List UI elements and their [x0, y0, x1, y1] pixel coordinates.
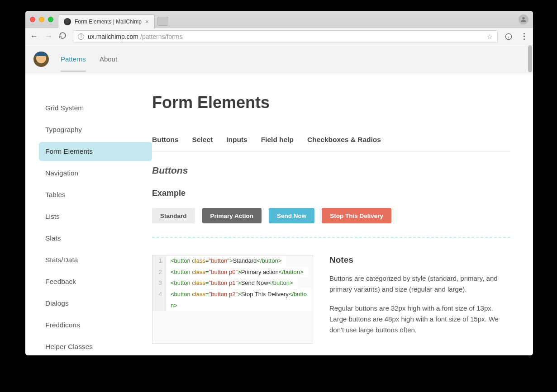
sidebar-item[interactable]: Typography [39, 120, 152, 139]
main-content: Form Elements ButtonsSelectInputsField h… [152, 73, 533, 355]
close-tab-icon[interactable]: × [145, 18, 149, 25]
code-line: <button class="button p1">Send Now</butt… [166, 278, 298, 289]
line-number: 4 [152, 289, 166, 311]
code-block: 1<button class="button">Standard</button… [152, 255, 313, 344]
example-button-row: StandardPrimary ActionSend NowStop This … [152, 208, 510, 223]
subnav-item[interactable]: Field help [261, 136, 294, 144]
section-title: Buttons [152, 165, 510, 176]
page-title: Form Elements [152, 93, 510, 112]
notes-heading: Notes [329, 255, 510, 265]
sidebar-item[interactable]: Navigation [39, 164, 152, 183]
scrollbar-thumb[interactable] [528, 45, 532, 72]
subnav-item[interactable]: Select [192, 136, 213, 144]
page-body: Grid SystemTypographyForm ElementsNaviga… [25, 73, 533, 355]
window-close-button[interactable] [30, 17, 35, 22]
address-bar[interactable]: i ux.mailchimp.com/patterns/forms ☆ [73, 30, 498, 43]
section-subnav: ButtonsSelectInputsField helpCheckboxes … [152, 136, 510, 151]
example-details: 1<button class="button">Standard</button… [152, 255, 510, 344]
example-button-p0[interactable]: Primary Action [202, 208, 262, 223]
sidebar-item[interactable]: Slats [39, 229, 152, 248]
omnibox-info-icon[interactable] [504, 33, 513, 40]
forward-button[interactable]: → [44, 32, 52, 41]
tab-title: Form Elements | MailChimp [75, 19, 142, 25]
app-nav: PatternsAbout [61, 46, 117, 72]
profile-icon[interactable] [519, 14, 528, 24]
sidebar-item[interactable]: Feedback [39, 272, 152, 291]
sidebar-item[interactable]: Form Elements [39, 142, 152, 161]
sidebar-item[interactable]: Grid System [39, 99, 152, 118]
back-button[interactable]: ← [30, 32, 38, 41]
code-line: <button class="button">Standard</button> [166, 255, 286, 267]
page-viewport: PatternsAbout Grid SystemTypographyForm … [25, 45, 533, 355]
notes-panel: Notes Buttons are categorized by style (… [329, 255, 510, 344]
mailchimp-logo-icon[interactable] [33, 52, 49, 67]
window-controls [30, 17, 53, 22]
chrome-toolbar: ← → i ux.mailchimp.com/patterns/forms ☆ [25, 28, 533, 45]
app-header: PatternsAbout [25, 45, 533, 73]
url-path: /patterns/forms [140, 33, 182, 40]
window-minimize-button[interactable] [39, 17, 44, 22]
scrollbar-track[interactable] [527, 45, 533, 355]
notes-paragraph: Buttons are categorized by style (standa… [329, 273, 510, 295]
dashed-divider [152, 237, 510, 238]
browser-tab[interactable]: Form Elements | MailChimp × [58, 14, 155, 28]
url-host: ux.mailchimp.com [88, 33, 138, 40]
sidebar-item[interactable]: Helper Classes [39, 337, 152, 355]
sidebar-item[interactable]: Stats/Data [39, 250, 152, 269]
example-heading: Example [152, 189, 510, 198]
line-number: 3 [152, 278, 166, 289]
sidebar: Grid SystemTypographyForm ElementsNaviga… [25, 73, 152, 355]
notes-paragraph: Regular buttons are 32px high with a fon… [329, 303, 510, 335]
bookmark-star-icon[interactable]: ☆ [487, 33, 493, 40]
example-button-p2[interactable]: Stop This Delivery [322, 208, 391, 223]
sidebar-item[interactable]: Dialogs [39, 294, 152, 313]
subnav-item[interactable]: Buttons [152, 136, 179, 144]
code-line: <button class="button p0">Primary action… [166, 267, 308, 278]
subnav-item[interactable]: Inputs [226, 136, 248, 144]
chrome-tabbar: Form Elements | MailChimp × [25, 11, 533, 28]
subnav-item[interactable]: Checkboxes & Radios [307, 136, 381, 144]
reload-button[interactable] [59, 32, 67, 41]
app-nav-item[interactable]: Patterns [61, 46, 86, 72]
window-maximize-button[interactable] [48, 17, 53, 22]
line-number: 1 [152, 255, 166, 267]
sidebar-item[interactable]: Tables [39, 185, 152, 204]
code-line: <button class="button p2">Stop This Deli… [166, 289, 313, 311]
example-button-p1[interactable]: Send Now [269, 208, 314, 223]
line-number: 2 [152, 267, 166, 278]
sidebar-item[interactable]: Lists [39, 207, 152, 226]
browser-window: Form Elements | MailChimp × ← → i ux.mai… [25, 11, 533, 355]
chrome-menu-button[interactable] [519, 33, 528, 40]
example-button-standard[interactable]: Standard [152, 208, 195, 223]
new-tab-button[interactable] [157, 17, 168, 26]
favicon-icon [64, 18, 71, 25]
app-nav-item[interactable]: About [100, 46, 117, 72]
site-info-icon[interactable]: i [78, 33, 84, 40]
sidebar-item[interactable]: Freddicons [39, 316, 152, 335]
